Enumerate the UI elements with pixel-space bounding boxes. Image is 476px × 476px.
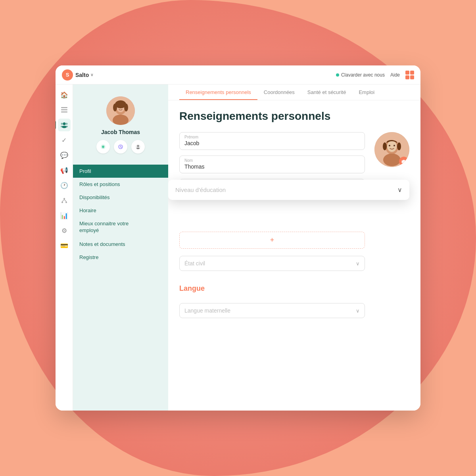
- chat-status-dot: [336, 73, 339, 77]
- education-chevron-icon: ∨: [397, 186, 402, 194]
- profile-photo: [374, 132, 409, 167]
- nom-field[interactable]: Nom Thomas: [179, 155, 365, 173]
- apps-grid-icon[interactable]: [405, 71, 414, 79]
- action-icons: [96, 140, 145, 154]
- svg-point-33: [389, 145, 390, 146]
- form-content: Renseignements personnels Prénom Jacob N…: [168, 100, 420, 411]
- nav-item-registre[interactable]: Registre: [73, 251, 168, 264]
- sidebar-item-settings[interactable]: ⚙: [58, 224, 71, 237]
- icon-sidebar: 🏠 ✓ 💬 📢 🕐: [56, 84, 73, 411]
- sidebar-item-network[interactable]: [58, 194, 71, 207]
- sidebar-item-home[interactable]: 🏠: [58, 88, 71, 101]
- nom-label: Nom: [184, 158, 360, 163]
- tab-renseignements[interactable]: Renseignements personnels: [179, 84, 257, 100]
- svg-rect-0: [61, 107, 67, 108]
- svg-point-21: [113, 104, 117, 111]
- topbar-actions: Clavarder avec nous Aide: [336, 71, 414, 79]
- brand-chevron-icon: ∨: [90, 73, 93, 77]
- etat-civil-dropdown[interactable]: État civil ∨: [179, 256, 365, 271]
- app-window: S Salto ∨ Clavarder avec nous Aide 🏠: [56, 65, 420, 411]
- nav-item-notes[interactable]: Notes et documents: [73, 238, 168, 251]
- help-label: Aide: [390, 72, 400, 78]
- education-dropdown[interactable]: Niveau d'éducation ∨: [168, 180, 409, 200]
- langue-placeholder: Langue maternelle: [184, 307, 230, 314]
- svg-point-28: [136, 148, 140, 149]
- prenom-label: Prénom: [184, 135, 360, 139]
- left-panel: Jacob Thomas: [73, 84, 168, 411]
- tabs-bar: Renseignements personnels Coordonnées Sa…: [168, 84, 420, 100]
- profile-photo-container: [374, 132, 409, 318]
- svg-point-11: [65, 202, 67, 203]
- nav-item-disponibilites[interactable]: Disponibilités: [73, 191, 168, 204]
- svg-point-34: [393, 145, 395, 146]
- profile-action-icon[interactable]: [131, 140, 145, 154]
- svg-point-9: [63, 198, 65, 200]
- svg-rect-1: [61, 109, 67, 111]
- content-area: Renseignements personnels Coordonnées Sa…: [168, 84, 420, 411]
- sidebar-item-billing[interactable]: 💳: [58, 239, 71, 252]
- svg-point-22: [124, 104, 128, 111]
- langue-dropdown[interactable]: Langue maternelle ∨: [179, 303, 365, 318]
- help-button[interactable]: Aide: [390, 72, 400, 78]
- add-button[interactable]: +: [179, 232, 365, 249]
- svg-point-27: [137, 145, 139, 147]
- nav-item-roles[interactable]: Rôles et positions: [73, 178, 168, 191]
- form-body: Prénom Jacob Nom Thomas Date de naissanc…: [179, 132, 409, 318]
- schedule-action-icon[interactable]: [114, 140, 127, 154]
- tab-coordonnees[interactable]: Coordonnées: [257, 84, 301, 100]
- topbar: S Salto ∨ Clavarder avec nous Aide: [56, 65, 420, 84]
- etat-chevron-icon: ∨: [356, 261, 360, 267]
- brand-name[interactable]: Salto ∨: [75, 72, 93, 78]
- page-title: Renseignements personnels: [179, 110, 409, 123]
- langue-chevron-icon: ∨: [356, 308, 360, 314]
- tab-emploi[interactable]: Emploi: [352, 84, 381, 100]
- sidebar-item-users[interactable]: [58, 119, 71, 131]
- svg-point-10: [61, 202, 63, 203]
- employee-card: Jacob Thomas: [73, 92, 168, 161]
- chat-label: Clavarder avec nous: [341, 72, 385, 78]
- svg-rect-2: [61, 111, 67, 113]
- chat-action-icon[interactable]: [96, 140, 110, 154]
- sidebar-item-layers[interactable]: [58, 104, 71, 116]
- sidebar-item-messages[interactable]: 💬: [58, 149, 71, 161]
- employee-name: Jacob Thomas: [101, 129, 140, 135]
- svg-point-7: [65, 123, 67, 125]
- svg-point-35: [383, 142, 387, 150]
- sidebar-item-tasks[interactable]: ✓: [58, 134, 71, 146]
- svg-line-13: [64, 200, 66, 202]
- tab-sante[interactable]: Santé et sécurité: [301, 84, 353, 100]
- app-logo: S: [62, 69, 73, 81]
- langue-section-title: Langue: [179, 284, 365, 293]
- education-placeholder: Niveau d'éducation: [175, 186, 226, 193]
- sidebar-item-clock[interactable]: 🕐: [58, 179, 71, 192]
- svg-point-31: [383, 154, 401, 166]
- svg-point-32: [387, 141, 397, 152]
- change-photo-button[interactable]: [399, 157, 409, 166]
- nom-value: Thomas: [184, 163, 360, 170]
- svg-point-3: [63, 123, 65, 125]
- svg-line-12: [62, 200, 64, 202]
- chat-button[interactable]: Clavarder avec nous: [336, 72, 385, 78]
- main-layout: 🏠 ✓ 💬 📢 🕐: [56, 84, 420, 411]
- etat-placeholder: État civil: [184, 260, 205, 267]
- svg-point-5: [61, 123, 63, 125]
- nav-item-profil[interactable]: Profil: [73, 165, 168, 178]
- form-fields: Prénom Jacob Nom Thomas Date de naissanc…: [179, 132, 365, 318]
- nav-item-connaitre[interactable]: Mieux connaitre votreemployé: [73, 217, 168, 238]
- svg-point-36: [397, 142, 401, 150]
- prenom-value: Jacob: [184, 140, 360, 146]
- sidebar-item-analytics[interactable]: 📊: [58, 209, 71, 222]
- nav-menu: Profil Rôles et positions Disponibilités…: [73, 161, 168, 411]
- prenom-field[interactable]: Prénom Jacob: [179, 132, 365, 150]
- avatar: [106, 96, 135, 125]
- sidebar-item-announcements[interactable]: 📢: [58, 164, 71, 177]
- nav-item-horaire[interactable]: Horaire: [73, 204, 168, 217]
